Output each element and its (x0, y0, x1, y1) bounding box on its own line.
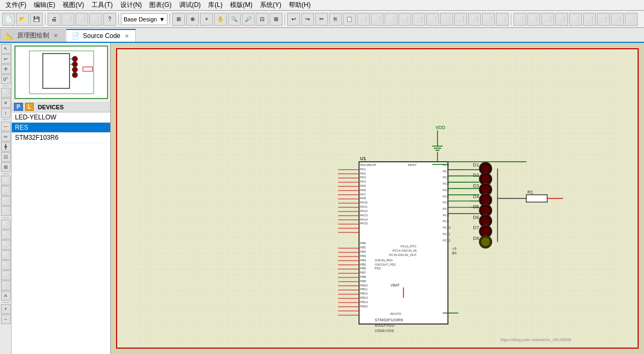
tb23[interactable]: ⬜ (569, 13, 582, 26)
tb27[interactable]: ⬜ (625, 13, 638, 26)
lt11[interactable]: ⬜ (1, 220, 11, 229)
tb2[interactable]: ⬜ (62, 13, 74, 26)
tb12[interactable]: ⬜ (412, 13, 425, 26)
tb21[interactable]: ⬜ (541, 13, 554, 26)
tab-sourcecode-close[interactable]: ✕ (124, 33, 130, 39)
lt5[interactable]: ⊡ (1, 152, 11, 162)
tb26[interactable]: ⬜ (611, 13, 624, 26)
select-tool[interactable]: ↖ (1, 44, 11, 54)
copy-button[interactable]: ⎘ (329, 13, 342, 26)
tb15[interactable]: ⬜ (454, 13, 467, 26)
design-dropdown[interactable]: Base Design ▼ (121, 13, 167, 25)
lt10[interactable]: ⬜ (1, 206, 11, 216)
lt4[interactable]: ╋ (1, 142, 11, 152)
tb24[interactable]: ⬜ (583, 13, 596, 26)
svg-text:PB8: PB8 (360, 275, 366, 278)
svg-point-76 (481, 185, 490, 194)
pan-button[interactable]: ✋ (214, 13, 227, 26)
wire-tool[interactable]: ─ (1, 122, 11, 131)
svg-text:PA8: PA8 (360, 197, 366, 200)
redo-button[interactable]: ↪ (301, 13, 314, 26)
lt3[interactable]: ↕ (1, 108, 11, 118)
undo-tool[interactable]: ↩ (1, 54, 11, 64)
tb4[interactable]: ⬜ (89, 13, 102, 26)
tb18[interactable]: ⬜ (496, 13, 509, 26)
svg-point-82 (481, 217, 490, 225)
menu-help[interactable]: 帮助(H) (286, 0, 314, 10)
tb11[interactable]: ⬜ (398, 13, 411, 26)
tb14[interactable]: ⬜ (440, 13, 453, 26)
tb25[interactable]: ⬜ (597, 13, 610, 26)
svg-text:PC2: PC2 (443, 176, 449, 179)
tb3[interactable]: ⬜ (75, 13, 88, 26)
rotate-tool[interactable]: 0° (1, 74, 11, 84)
lt7[interactable]: ⬜ (1, 176, 11, 185)
canvas-area[interactable]: VDD (111, 43, 644, 354)
new-button[interactable]: 📄 (2, 13, 15, 26)
lt6[interactable]: ⊞ (1, 162, 11, 172)
menu-graph[interactable]: 图表(G) (146, 0, 174, 10)
lt16[interactable]: ⬜ (1, 270, 11, 280)
menu-file[interactable]: 文件(F) (2, 0, 29, 10)
lt17[interactable]: ⬜ (1, 281, 11, 290)
lt13[interactable]: ⬜ (1, 240, 11, 250)
tb6[interactable]: + (200, 13, 213, 26)
tb9[interactable]: ⬜ (371, 13, 384, 26)
zoom-out-button[interactable]: 🔎 (242, 13, 255, 26)
device-stm32[interactable]: STM32F103R6 (12, 133, 110, 143)
menu-tools[interactable]: 工具(T) (88, 0, 116, 10)
lt15[interactable]: ⬜ (1, 260, 11, 270)
tb16[interactable]: ⬜ (468, 13, 481, 26)
move-tool[interactable]: ✛ (1, 64, 11, 74)
svg-text:PA0-WKUP: PA0-WKUP (360, 163, 376, 167)
lt19[interactable]: + (1, 304, 11, 314)
tb10[interactable]: ⬜ (385, 13, 397, 26)
tab-schematic-close[interactable]: ✕ (52, 33, 59, 39)
undo-button[interactable]: ↩ (287, 13, 300, 26)
lt9[interactable]: ⬜ (1, 196, 11, 206)
menu-view[interactable]: 视图(V) (59, 0, 87, 10)
svg-point-72 (481, 164, 490, 173)
lt12[interactable]: ⬜ (1, 230, 11, 239)
tb19[interactable]: ⬜ (513, 13, 526, 26)
open-button[interactable]: 📂 (16, 13, 29, 26)
zoom-fit-button[interactable]: ⊡ (256, 13, 269, 26)
lt8[interactable]: ⬜ (1, 186, 11, 195)
device-res[interactable]: RES (12, 123, 110, 133)
menu-system[interactable]: 系统(Y) (257, 0, 285, 10)
sep1 (45, 13, 45, 25)
canvas-content: VDD (116, 48, 639, 349)
menu-template[interactable]: 模版(M) (227, 0, 256, 10)
tab-sourcecode[interactable]: 📄 Source Code ✕ (66, 29, 136, 42)
menu-debug[interactable]: 调试(D) (176, 0, 204, 10)
btn-p[interactable]: P (14, 103, 23, 111)
zoom-in-button[interactable]: 🔍 (228, 13, 241, 26)
menu-design[interactable]: 设计(N) (117, 0, 145, 10)
save-button[interactable]: 💾 (30, 13, 43, 26)
menu-edit[interactable]: 编辑(E) (30, 0, 58, 10)
tab-schematic[interactable]: 📐 原理图绘制 ✕ (0, 29, 65, 42)
print-button[interactable]: 🖨 (48, 13, 60, 26)
tb7[interactable]: ⊞ (270, 13, 282, 26)
snap-button[interactable]: ⊕ (186, 13, 199, 26)
tb13[interactable]: ⬜ (426, 13, 439, 26)
preview-svg (27, 48, 96, 96)
tb22[interactable]: ⬜ (555, 13, 568, 26)
cut-button[interactable]: ✂ (315, 13, 328, 26)
btn-l[interactable]: L (25, 103, 34, 111)
lt14[interactable]: ⬜ (1, 250, 11, 260)
tb8[interactable]: ⬜ (357, 13, 370, 26)
menu-library[interactable]: 库(L) (205, 0, 226, 10)
grid-button[interactable]: ⊞ (172, 13, 185, 26)
svg-text:PC9: PC9 (443, 220, 449, 223)
tb17[interactable]: ⬜ (482, 13, 495, 26)
lt20[interactable]: − (1, 314, 11, 324)
device-led-yellow[interactable]: LED-YELLOW (12, 112, 110, 123)
bus-tool[interactable]: ═ (1, 132, 11, 141)
paste-button[interactable]: 📋 (343, 13, 356, 26)
mirror-tool[interactable]: ⬜ (1, 88, 11, 97)
lt2[interactable]: ≡ (1, 98, 11, 108)
lt18[interactable]: A (1, 291, 11, 300)
tb5[interactable]: ? (103, 13, 116, 26)
tb20[interactable]: ⬜ (527, 13, 540, 26)
